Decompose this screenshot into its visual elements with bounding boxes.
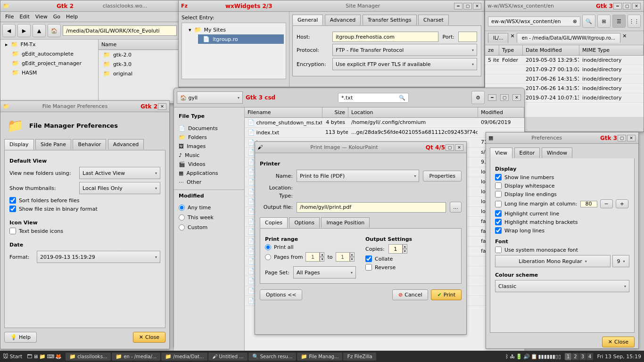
increment-button[interactable]: + — [616, 199, 628, 208]
maximize-icon[interactable]: ▢ — [463, 3, 472, 9]
quicklaunch-icon[interactable]: 🗔 — [27, 354, 32, 360]
task-item[interactable]: 🖌Untitled ... — [208, 353, 247, 361]
close-icon[interactable]: ✕ — [632, 3, 641, 9]
close-button[interactable]: ✕ Close — [602, 337, 635, 347]
col-location[interactable]: Location — [348, 107, 478, 117]
host-input[interactable] — [332, 32, 438, 42]
search-input[interactable] — [341, 95, 393, 101]
path-input[interactable] — [63, 25, 177, 36]
tree-item[interactable]: gEdit_autocomplete — [0, 49, 98, 58]
filetype-item[interactable]: 🎬Videos — [174, 160, 244, 169]
tab-window[interactable]: Window — [542, 148, 572, 158]
close-button[interactable]: ✕ Close — [133, 332, 165, 343]
output-file-input[interactable] — [297, 202, 446, 213]
col-mime[interactable]: MIME Type — [579, 45, 644, 55]
properties-button[interactable]: Properties — [423, 171, 462, 181]
col-modified[interactable]: Modified — [478, 107, 524, 117]
tab-advanced[interactable]: Advanced — [108, 139, 144, 149]
tab-image-position[interactable]: Image Position — [321, 217, 370, 228]
spin-up[interactable]: ▴ — [403, 244, 407, 249]
filetype-item[interactable]: 📄Documents — [174, 124, 244, 133]
tab-options[interactable]: Options — [289, 217, 319, 228]
compact-view-icon[interactable]: ⋮⋮ — [627, 15, 641, 28]
list-item[interactable]: gtk-2.0 — [99, 50, 179, 59]
location-combo[interactable]: 🏠 gyll — [177, 91, 243, 104]
long-line-input[interactable] — [580, 201, 597, 207]
minimize-icon[interactable]: ━ — [454, 3, 462, 9]
radio-anytime[interactable] — [179, 205, 185, 211]
workspace-2[interactable]: 2 — [572, 353, 578, 360]
tree-item[interactable]: gEdit_project_manager — [0, 58, 98, 68]
clock[interactable]: Fri 13 Sep, 15:19 — [597, 354, 641, 360]
task-item[interactable]: 📁en - /media/... — [112, 353, 160, 361]
table-row[interactable]: index.txt113 bytes...ge/28da9c56fde40210… — [245, 128, 524, 138]
tree-item[interactable]: ▸FM-Tx — [0, 40, 98, 49]
workspace-4[interactable]: 4 — [586, 353, 593, 360]
task-item[interactable]: 📁classilooks... — [66, 353, 111, 361]
maximize-icon[interactable]: ▢ — [618, 135, 626, 141]
tab-general[interactable]: General — [292, 15, 323, 25]
line-numbers-check[interactable] — [495, 174, 502, 181]
options-button[interactable]: Options << — [260, 289, 302, 300]
col-date[interactable]: Date Modified — [523, 45, 579, 55]
quicklaunch-icon[interactable]: 📁 — [39, 354, 46, 360]
task-item[interactable]: 📁File Manag... — [297, 353, 342, 361]
list-view-icon[interactable]: ☰ — [612, 15, 626, 28]
forward-button[interactable]: ▶ — [17, 24, 31, 37]
search-icon[interactable]: 🔍 — [399, 95, 405, 101]
radio-thisweek[interactable] — [179, 214, 185, 221]
close-icon[interactable]: ✕ — [158, 103, 166, 110]
radio-custom[interactable] — [179, 224, 185, 230]
home-button[interactable]: 🏠 — [48, 24, 61, 37]
workspace-1[interactable]: 1 — [565, 353, 571, 360]
close-icon[interactable]: ✕ — [512, 94, 521, 101]
restore-icon[interactable]: ▢ — [446, 144, 454, 151]
table-row[interactable]: 2017-06-26 14:31:51inode/directory — [485, 74, 644, 84]
print-button[interactable]: ✔Print — [431, 289, 462, 300]
task-item[interactable]: 🔍Search resu... — [248, 353, 297, 361]
up-button[interactable]: ▲ — [33, 24, 46, 37]
colour-combo[interactable]: Classic — [495, 280, 629, 292]
list-item[interactable]: gtk-3.0 — [99, 59, 179, 69]
menu-edit[interactable]: Edit — [19, 14, 29, 20]
tree-item[interactable]: HASM — [0, 68, 98, 77]
tab-close-icon[interactable]: ✕ — [510, 33, 514, 43]
protocol-combo[interactable]: FTP - File Transfer Protocol — [332, 44, 477, 56]
tab-1[interactable]: IL/... — [488, 33, 508, 43]
copies-input[interactable] — [388, 244, 403, 254]
menu-file[interactable]: File — [5, 14, 14, 20]
tab-close-icon[interactable]: ✕ — [622, 33, 627, 43]
close-icon[interactable]: ✕ — [455, 144, 463, 151]
view-new-combo[interactable]: Last Active View — [79, 167, 160, 179]
radio-pages-from[interactable] — [265, 254, 271, 260]
date-format-combo[interactable]: 2019-09-13 15:19:29 — [37, 251, 160, 263]
collate-check[interactable] — [365, 255, 372, 262]
tab-sidepane[interactable]: Side Pane — [35, 139, 71, 149]
whitespace-check[interactable] — [495, 182, 502, 189]
binary-check[interactable] — [9, 206, 16, 212]
table-row[interactable]: 5 itemsFolder2019-05-03 13:29:57inode/di… — [485, 56, 644, 65]
radio-print-all[interactable] — [265, 244, 271, 250]
tray-icon[interactable]: 📋 — [531, 354, 537, 360]
tray-icon[interactable]: ᛒ — [505, 354, 509, 360]
list-item[interactable]: original — [99, 69, 179, 78]
quicklaunch-icon[interactable]: ⌨ — [47, 354, 54, 360]
menu-view[interactable]: View — [35, 14, 48, 20]
icon-view-icon[interactable]: ⊞ — [597, 15, 611, 28]
wrap-check[interactable] — [495, 227, 502, 234]
gear-icon[interactable]: ⚙ — [471, 91, 485, 104]
sort-folders-check[interactable] — [9, 197, 16, 204]
table-row[interactable]: chrome_shutdown_ms.txt4 bytes/home/gyll/… — [245, 118, 524, 128]
port-input[interactable] — [458, 32, 477, 42]
col-filename[interactable]: Filename — [245, 107, 322, 117]
long-line-check[interactable] — [495, 201, 502, 207]
line-endings-check[interactable] — [495, 191, 502, 197]
minimize-icon[interactable]: ━ — [613, 3, 622, 9]
highlight-brackets-check[interactable] — [495, 219, 502, 225]
filetype-item[interactable]: ▦Applications — [174, 169, 244, 178]
font-size-button[interactable]: 9 — [612, 255, 629, 267]
tab-transfer[interactable]: Transfer Settings — [363, 15, 417, 25]
highlight-line-check[interactable] — [495, 210, 502, 217]
tab-display[interactable]: Display — [4, 139, 34, 150]
tab-charset[interactable]: Charset — [418, 15, 449, 25]
